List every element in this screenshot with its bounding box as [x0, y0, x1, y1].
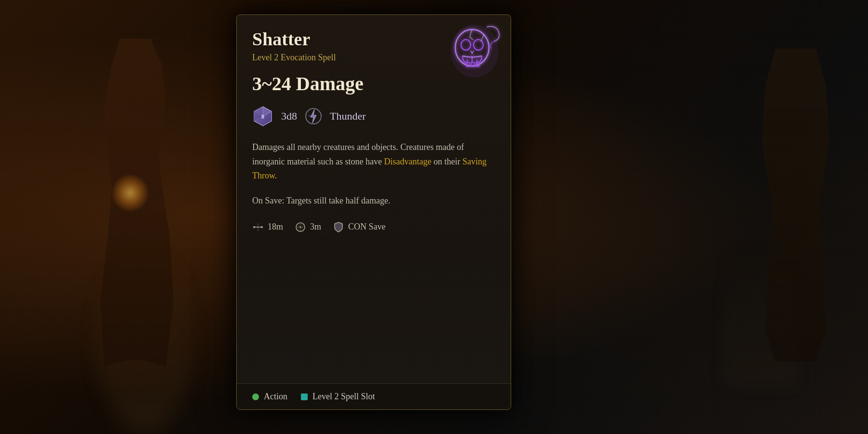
thunder-label: Thunder: [330, 110, 366, 122]
svg-point-15: [261, 226, 263, 228]
action-item: Action: [252, 392, 287, 402]
spell-slot-icon: [301, 393, 308, 400]
svg-point-14: [253, 226, 255, 228]
save-label: CON Save: [348, 222, 386, 232]
dice-row: 8 3d8 Thunder: [252, 106, 495, 127]
thunder-icon: [305, 108, 322, 125]
range-stat: 18m: [252, 221, 283, 233]
stats-row: 18m 3m CON Save: [252, 221, 495, 233]
character-right-body: [762, 48, 829, 362]
highlight-disadvantage: Disadvantage: [384, 157, 432, 166]
character-right: [733, 48, 829, 386]
action-label: Action: [264, 392, 287, 402]
aoe-icon: [295, 221, 306, 233]
svg-point-6: [450, 25, 499, 78]
spell-slot-item: Level 2 Spell Slot: [301, 392, 375, 402]
svg-text:8: 8: [261, 113, 264, 120]
aoe-stat: 3m: [295, 221, 321, 233]
save-stat: CON Save: [333, 221, 386, 233]
card-body: Shatter Level 2 Evocation Spell 3~24 Dam…: [237, 15, 511, 383]
range-icon: [252, 221, 264, 233]
character-left-glow: [111, 174, 149, 212]
character-left: [58, 39, 203, 400]
spell-tooltip-card: Shatter Level 2 Evocation Spell 3~24 Dam…: [236, 14, 511, 410]
spell-slot-label: Level 2 Spell Slot: [312, 392, 375, 402]
on-save-text: On Save: Targets still take half damage.: [252, 194, 495, 208]
description-part2: on their: [432, 157, 463, 166]
spell-description: Damages all nearby creatures and objects…: [252, 140, 495, 183]
d20-icon: 8: [252, 106, 273, 127]
shield-icon: [333, 221, 344, 233]
range-label: 18m: [268, 222, 283, 232]
aoe-label: 3m: [310, 222, 321, 232]
dice-label: 3d8: [281, 110, 297, 122]
action-dot-icon: [252, 393, 259, 400]
description-part3: .: [275, 171, 277, 180]
svg-point-18: [299, 226, 301, 228]
card-footer: Action Level 2 Spell Slot: [237, 383, 511, 409]
skull-icon: [438, 20, 506, 87]
